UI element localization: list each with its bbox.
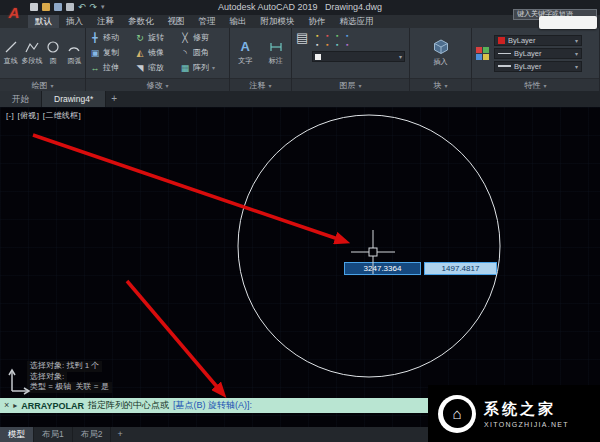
tool-scale[interactable]: ◥ 缩放 bbox=[135, 60, 180, 75]
layer-tool-icon[interactable]: ▪ bbox=[322, 31, 332, 40]
layer-tool-icon[interactable]: ▪ bbox=[342, 31, 352, 40]
ribbon-tab-home[interactable]: 默认 bbox=[28, 15, 59, 28]
new-drawing-tab-button[interactable]: + bbox=[106, 91, 122, 107]
tool-label: 插入 bbox=[434, 57, 448, 67]
tool-rotate[interactable]: ↻ 旋转 bbox=[135, 30, 180, 45]
move-icon: ╋ bbox=[90, 33, 100, 43]
linetype-sample bbox=[498, 53, 511, 54]
file-tab-start[interactable]: 开始 bbox=[0, 91, 42, 107]
drawing-canvas[interactable]: [-] [俯视] [二维线框] bbox=[0, 107, 600, 442]
file-tab-drawing4[interactable]: Drawing4* bbox=[42, 91, 106, 107]
block-cube-icon bbox=[433, 39, 449, 55]
history-line: 选择对象: bbox=[27, 372, 67, 383]
lineweight-dropdown[interactable]: ByLayer ▾ bbox=[494, 61, 582, 72]
layer-select-dropdown[interactable]: ▾ bbox=[312, 51, 405, 62]
ribbon-tab-view[interactable]: 视图 bbox=[161, 15, 192, 28]
panel-label-block[interactable]: 块 ▾ bbox=[410, 78, 471, 91]
panel-label-modify[interactable]: 修改 ▾ bbox=[86, 78, 229, 91]
ribbon: 直线 多段线 圆 圆弧 绘 bbox=[0, 28, 600, 91]
ribbon-tab-collaborate[interactable]: 协作 bbox=[302, 15, 333, 28]
tool-polyline[interactable]: 多段线 bbox=[21, 28, 42, 78]
linetype-value: ByLayer bbox=[514, 49, 542, 58]
layer-tool-icon[interactable]: ▪ bbox=[322, 40, 332, 49]
panel-annotate: A 文字 标注 注释 ▾ bbox=[230, 28, 292, 91]
tool-dimension[interactable]: 标注 bbox=[261, 28, 292, 78]
chevron-down-icon: ▾ bbox=[575, 63, 578, 70]
tool-label: 复制 bbox=[103, 47, 119, 58]
ribbon-tab-annotate[interactable]: 注释 bbox=[90, 15, 121, 28]
layer-tool-icon[interactable]: ▪ bbox=[312, 40, 322, 49]
undo-icon[interactable]: ↶ bbox=[78, 3, 86, 11]
autocad-app-menu-icon[interactable]: A bbox=[3, 1, 25, 25]
tool-line[interactable]: 直线 bbox=[0, 28, 21, 78]
viewport-view-control[interactable]: [俯视] bbox=[18, 111, 40, 120]
tool-insert-block[interactable]: 插入 bbox=[410, 28, 471, 78]
open-file-icon[interactable] bbox=[42, 3, 50, 11]
chevron-down-icon: ▾ bbox=[268, 82, 271, 89]
panel-label-draw[interactable]: 绘图 ▾ bbox=[0, 78, 85, 91]
qat-customize-chevron-icon[interactable]: ▾ bbox=[101, 3, 105, 11]
chevron-down-icon: ▾ bbox=[575, 37, 578, 44]
tool-stretch[interactable]: ↔ 拉伸 bbox=[90, 60, 135, 75]
viewport-pane-control[interactable]: [-] bbox=[6, 111, 14, 120]
close-icon[interactable]: × bbox=[4, 398, 9, 413]
ucs-icon bbox=[9, 370, 29, 394]
tool-label: 圆 bbox=[50, 56, 57, 66]
layer-tool-icon[interactable]: ▪ bbox=[332, 31, 342, 40]
panel-properties: ByLayer ▾ ByLayer ▾ ByLayer ▾ bbox=[472, 28, 600, 91]
viewport-visual-style-control[interactable]: [二维线框] bbox=[43, 111, 81, 120]
tool-move[interactable]: ╋ 移动 bbox=[90, 30, 135, 45]
tab-layout2[interactable]: 布局2 bbox=[73, 427, 112, 442]
chevron-down-icon: ▾ bbox=[399, 53, 402, 60]
tab-layout1[interactable]: 布局1 bbox=[34, 427, 73, 442]
ribbon-tab-addins[interactable]: 附加模块 bbox=[254, 15, 302, 28]
tool-fillet[interactable]: ◝ 圆角 bbox=[180, 45, 225, 60]
trim-icon: ╳ bbox=[180, 33, 190, 43]
tool-trim[interactable]: ╳ 修剪 bbox=[180, 30, 225, 45]
tab-model[interactable]: 模型 bbox=[0, 427, 34, 442]
tool-array[interactable]: ▦ 阵列 ▾ bbox=[180, 60, 225, 75]
save-icon[interactable] bbox=[54, 3, 62, 11]
new-layout-button[interactable]: + bbox=[111, 427, 128, 442]
dynamic-input-x-field[interactable]: 3247.3364 bbox=[344, 262, 421, 275]
panel-label-layers[interactable]: 图层 ▾ bbox=[292, 78, 409, 91]
match-properties-icon[interactable] bbox=[476, 47, 489, 60]
ribbon-tab-featured-apps[interactable]: 精选应用 bbox=[333, 15, 381, 28]
ribbon-tab-bar: 默认 插入 注释 参数化 视图 管理 输出 附加模块 协作 精选应用 bbox=[0, 15, 600, 28]
layer-tool-icon[interactable]: ▪ bbox=[342, 40, 352, 49]
ribbon-tab-insert[interactable]: 插入 bbox=[59, 15, 90, 28]
layer-tool-icon[interactable]: ▪ bbox=[332, 40, 342, 49]
text-icon: A bbox=[241, 40, 250, 54]
tool-label: 移动 bbox=[103, 32, 119, 43]
ribbon-tab-parametric[interactable]: 参数化 bbox=[121, 15, 161, 28]
prompt-marker-icon: ▸ bbox=[13, 401, 17, 410]
command-prompt-options[interactable]: [基点(B) 旋转轴(A)]: bbox=[173, 399, 252, 412]
autocad-window: A ↶ ↷ ▾ Autodesk AutoCAD 2019 Drawing4.d… bbox=[0, 0, 600, 442]
new-file-icon[interactable] bbox=[30, 3, 38, 11]
xitongzhijia-logo: ⌂ bbox=[438, 395, 476, 433]
layer-properties-icon[interactable]: ▤ bbox=[296, 31, 308, 45]
chevron-down-icon: ▾ bbox=[212, 64, 215, 71]
tool-mirror[interactable]: ◭ 镜像 bbox=[135, 45, 180, 60]
ribbon-tab-manage[interactable]: 管理 bbox=[192, 15, 223, 28]
tool-text[interactable]: A 文字 bbox=[230, 28, 261, 78]
object-color-dropdown[interactable]: ByLayer ▾ bbox=[494, 35, 582, 46]
ribbon-tab-output[interactable]: 输出 bbox=[223, 15, 254, 28]
linetype-dropdown[interactable]: ByLayer ▾ bbox=[494, 48, 582, 59]
lineweight-value: ByLayer bbox=[514, 62, 542, 71]
dimension-icon bbox=[269, 40, 283, 54]
panel-label-annotate[interactable]: 注释 ▾ bbox=[230, 78, 291, 91]
layer-tool-icon[interactable]: ▪ bbox=[312, 31, 322, 40]
annotation-arrow-to-center bbox=[33, 135, 338, 239]
history-line: 类型 = 极轴 关联 = 是 bbox=[27, 382, 112, 393]
panel-label-properties[interactable]: 特性 ▾ bbox=[472, 78, 599, 91]
plot-icon[interactable] bbox=[66, 3, 74, 11]
tool-copy[interactable]: ▣ 复制 bbox=[90, 45, 135, 60]
tool-circle[interactable]: 圆 bbox=[43, 28, 64, 78]
redo-icon[interactable]: ↷ bbox=[90, 3, 98, 11]
panel-title: 修改 bbox=[146, 80, 162, 91]
dynamic-input-y-field[interactable]: 1497.4817 bbox=[424, 262, 497, 275]
chevron-down-icon: ▾ bbox=[50, 82, 53, 89]
tool-label: 缩放 bbox=[148, 62, 164, 73]
tool-arc[interactable]: 圆弧 bbox=[64, 28, 85, 78]
